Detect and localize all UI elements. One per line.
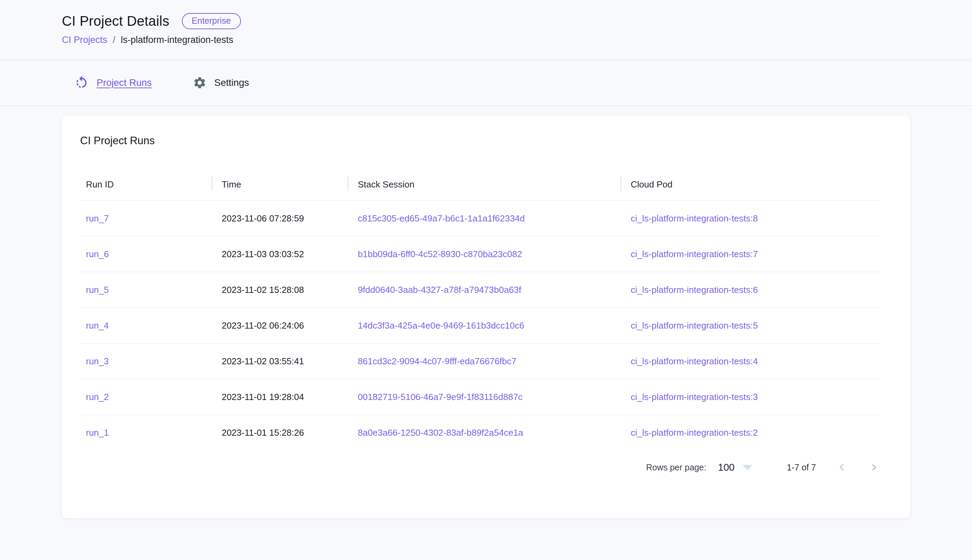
gear-icon	[193, 76, 207, 90]
time-cell: 2023-11-06 07:28:59	[211, 200, 348, 236]
stack-session-link[interactable]: 861cd3c2-9094-4c07-9fff-eda76676fbc7	[358, 356, 517, 367]
stack-session-link[interactable]: 9fdd0640-3aab-4327-a78f-a79473b0a63f	[358, 285, 521, 295]
tab-project-runs-label: Project Runs	[97, 77, 152, 88]
table-row: run_3 2023-11-02 03:55:41 861cd3c2-9094-…	[80, 343, 881, 379]
time-cell: 2023-11-03 03:03:52	[211, 236, 348, 272]
title-row: CI Project Details Enterprise	[62, 13, 910, 29]
rows-per-page-select[interactable]: 100	[718, 462, 752, 473]
stack-session-link[interactable]: 14dc3f3a-425a-4e0e-9469-161b3dcc10c6	[358, 320, 524, 331]
stack-session-link[interactable]: 8a0e3a66-1250-4302-83af-b89f2a54ce1a	[358, 427, 523, 438]
enterprise-badge: Enterprise	[182, 13, 241, 29]
runs-table: Run ID Time Stack Session Cloud Pod run_…	[80, 176, 881, 450]
table-header-row: Run ID Time Stack Session Cloud Pod	[80, 176, 881, 200]
stack-session-link[interactable]: b1bb09da-6ff0-4c52-8930-c870ba23c082	[358, 249, 522, 259]
rows-per-page-label: Rows per page:	[646, 462, 706, 472]
previous-page-button[interactable]	[835, 461, 848, 474]
cloud-pod-link[interactable]: ci_ls-platform-integration-tests:2	[631, 427, 758, 438]
column-header-time: Time	[211, 176, 348, 200]
breadcrumb: CI Projects / ls-platform-integration-te…	[62, 35, 910, 45]
table-row: run_1 2023-11-01 15:28:26 8a0e3a66-1250-…	[80, 415, 881, 450]
time-cell: 2023-11-02 15:28:08	[211, 272, 348, 308]
run-id-link[interactable]: run_6	[86, 249, 109, 259]
next-page-button[interactable]	[868, 461, 881, 474]
chevron-right-icon	[868, 461, 881, 474]
run-id-link[interactable]: run_5	[86, 285, 109, 295]
run-id-link[interactable]: run_1	[86, 427, 109, 438]
page-header: CI Project Details Enterprise CI Project…	[0, 0, 972, 60]
cloud-pod-link[interactable]: ci_ls-platform-integration-tests:5	[631, 320, 758, 331]
pagination-range-label: 1-7 of 7	[787, 462, 816, 472]
table-row: run_6 2023-11-03 03:03:52 b1bb09da-6ff0-…	[80, 236, 881, 272]
cloud-pod-link[interactable]: ci_ls-platform-integration-tests:8	[631, 213, 758, 223]
dropdown-arrow-icon	[743, 465, 752, 470]
rows-per-page-value: 100	[718, 462, 734, 473]
column-header-stack-session: Stack Session	[348, 176, 621, 200]
run-id-link[interactable]: run_3	[86, 356, 109, 367]
stack-session-link[interactable]: c815c305-ed65-49a7-b6c1-1a1a1f62334d	[358, 213, 525, 223]
ci-project-runs-card: CI Project Runs Run ID Time Stack Sessio…	[62, 115, 910, 518]
chevron-left-icon	[835, 461, 848, 474]
table-row: run_2 2023-11-01 19:28:04 00182719-5106-…	[80, 379, 881, 415]
time-cell: 2023-11-01 19:28:04	[211, 379, 348, 415]
cloud-pod-link[interactable]: ci_ls-platform-integration-tests:4	[631, 356, 758, 367]
column-header-run-id: Run ID	[80, 176, 211, 200]
cloud-pod-link[interactable]: ci_ls-platform-integration-tests:7	[631, 249, 758, 259]
breadcrumb-ci-projects-link[interactable]: CI Projects	[62, 35, 107, 45]
stack-session-link[interactable]: 00182719-5106-46a7-9e9f-1f83116d887c	[358, 392, 523, 402]
run-id-link[interactable]: run_2	[86, 392, 109, 402]
time-cell: 2023-11-02 06:24:06	[211, 308, 348, 343]
main-content: CI Project Runs Run ID Time Stack Sessio…	[0, 106, 972, 518]
pagination: Rows per page: 100 1-7 of 7	[80, 461, 881, 474]
breadcrumb-separator: /	[113, 35, 115, 45]
tab-bar: Project Runs Settings	[0, 60, 972, 106]
tab-project-runs[interactable]: Project Runs	[74, 75, 152, 90]
run-id-link[interactable]: run_7	[86, 213, 109, 223]
time-cell: 2023-11-02 03:55:41	[211, 343, 348, 379]
cloud-pod-link[interactable]: ci_ls-platform-integration-tests:3	[631, 392, 758, 402]
page-title: CI Project Details	[62, 13, 169, 29]
time-cell: 2023-11-01 15:28:26	[211, 415, 348, 450]
column-header-cloud-pod: Cloud Pod	[621, 176, 881, 200]
run-id-link[interactable]: run_4	[86, 320, 109, 331]
table-row: run_5 2023-11-02 15:28:08 9fdd0640-3aab-…	[80, 272, 881, 308]
card-title: CI Project Runs	[80, 135, 881, 147]
table-row: run_7 2023-11-06 07:28:59 c815c305-ed65-…	[80, 200, 881, 236]
tab-settings[interactable]: Settings	[193, 76, 249, 90]
breadcrumb-current: ls-platform-integration-tests	[121, 35, 233, 45]
cloud-pod-link[interactable]: ci_ls-platform-integration-tests:6	[631, 285, 758, 295]
history-icon	[74, 75, 89, 90]
table-row: run_4 2023-11-02 06:24:06 14dc3f3a-425a-…	[80, 308, 881, 343]
tab-settings-label: Settings	[214, 77, 249, 88]
